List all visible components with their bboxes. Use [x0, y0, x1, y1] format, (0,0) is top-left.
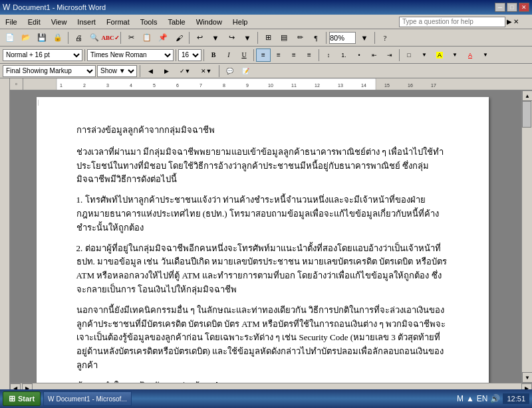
style-dropdown[interactable]: Normal + 16 pt [3, 49, 82, 61]
document-scroll-area[interactable]: | การล่วงข้อมูลลูกค้าจากกลุ่มมิจฉาชีพ ช่… [10, 90, 521, 383]
bullets-button[interactable]: • [352, 49, 366, 62]
align-justify-button[interactable]: ≡ [302, 49, 317, 62]
taskbar-word-item[interactable]: W Document1 - Microsof... [43, 391, 132, 406]
spelling-button[interactable]: ABC✓ [103, 31, 118, 45]
svg-text:17: 17 [431, 83, 436, 88]
comment-button[interactable]: 💬 [222, 64, 237, 78]
svg-text:8: 8 [223, 83, 225, 88]
print-button[interactable]: 🖨 [71, 31, 86, 45]
start-button[interactable]: ⊞ Start [3, 391, 41, 406]
permission-button[interactable]: 🔒 [51, 31, 65, 45]
separator-2 [120, 32, 121, 44]
copy-button[interactable]: 📋 [140, 31, 154, 45]
document-page: | การล่วงข้อมูลลูกค้าจากกลุ่มมิจฉาชีพ ช่… [37, 97, 489, 383]
show-formatting-button[interactable]: ¶ [309, 31, 323, 45]
highlight-button[interactable]: A [432, 49, 447, 62]
border-dropdown-button[interactable]: ▼ [417, 49, 432, 62]
underline-button[interactable]: U [237, 49, 251, 62]
tray-icon-m: M [457, 394, 464, 403]
separator-4 [257, 32, 258, 44]
para-3-number: 2. [76, 243, 85, 253]
align-right-button[interactable]: ≡ [287, 49, 301, 62]
help-button[interactable]: ? [378, 31, 392, 45]
scroll-track[interactable] [522, 101, 532, 372]
close-help-icon[interactable]: ✕ [513, 18, 519, 25]
doc-para-2: 1. โทรศัพท์ไปหาลูกค้าประชาชนแจ้งว่า ท่าน… [76, 193, 449, 235]
redo-dropdown-button[interactable]: ▼ [240, 31, 255, 45]
rev-sep-1 [140, 65, 140, 77]
svg-text:14: 14 [361, 83, 366, 88]
menu-format[interactable]: Format [101, 17, 135, 27]
increase-indent-button[interactable]: ⇥ [382, 49, 397, 62]
scroll-up-button[interactable]: ▲ [522, 90, 532, 101]
title-bar: W Document1 - Microsoft Word ─ □ ✕ [0, 0, 532, 15]
word-icon: W [3, 3, 10, 12]
bold-button[interactable]: B [206, 49, 221, 62]
ruler-scale: 1 2 3 4 5 6 7 8 9 10 11 12 13 14 [23, 78, 532, 90]
line-spacing-button[interactable]: ↕ [321, 49, 336, 62]
standard-toolbar: 📄 📂 💾 🔒 🖨 🔍 ABC✓ ✂ 📋 📌 🖌 ↩ ▼ ↪ ▼ ⊞ ▤ ✏ ¶… [0, 29, 532, 47]
new-doc-button[interactable]: 📄 [3, 31, 17, 45]
reject-change-button[interactable]: ✕▼ [196, 64, 216, 78]
format-painter-button[interactable]: 🖌 [172, 31, 186, 45]
save-button[interactable]: 💾 [35, 31, 49, 45]
menu-help[interactable]: Help [227, 17, 253, 27]
prev-change-button[interactable]: ◀ [143, 64, 158, 78]
numbering-button[interactable]: 1. [336, 49, 351, 62]
menu-table[interactable]: Table [162, 17, 190, 27]
accept-change-button[interactable]: ✓▼ [175, 64, 195, 78]
redo-button[interactable]: ↪ [224, 31, 239, 45]
preview-button[interactable]: 🔍 [87, 31, 102, 45]
minimize-button[interactable]: ─ [495, 3, 505, 12]
decrease-indent-button[interactable]: ⇤ [367, 49, 382, 62]
outside-border-button[interactable]: □ [402, 49, 416, 62]
doc-area: ▫ 1 2 3 4 5 6 7 8 9 1 [10, 78, 532, 393]
windows-logo: ⊞ [9, 394, 15, 403]
undo-dropdown-button[interactable]: ▼ [208, 31, 223, 45]
align-left-button[interactable]: ≡ [256, 49, 271, 62]
zoom-input[interactable] [329, 32, 356, 44]
scroll-thumb[interactable] [522, 101, 531, 128]
close-button[interactable]: ✕ [519, 3, 529, 12]
menu-insert[interactable]: Insert [72, 17, 101, 27]
word-taskbar-icon: W [48, 395, 54, 403]
tray-icon-en: EN [477, 394, 488, 403]
drawing-button[interactable]: ✏ [293, 31, 307, 45]
markup-dropdown[interactable]: Final Showing Markup [3, 65, 96, 77]
next-change-button[interactable]: ▶ [159, 64, 174, 78]
font-color-dropdown-button[interactable]: ▼ [478, 49, 493, 62]
font-color-button[interactable]: A [463, 49, 477, 62]
undo-button[interactable]: ↩ [192, 31, 207, 45]
highlight-dropdown-button[interactable]: ▼ [448, 49, 462, 62]
font-size-dropdown[interactable]: 16 [178, 49, 201, 61]
maximize-button[interactable]: □ [507, 3, 517, 12]
svg-text:12: 12 [315, 83, 320, 88]
svg-text:5: 5 [153, 83, 156, 88]
table-button[interactable]: ⊞ [261, 31, 275, 45]
ask-question-area: ▶ ✕ [399, 17, 532, 27]
italic-button[interactable]: I [221, 49, 236, 62]
zoom-dropdown[interactable]: ▼ [357, 31, 372, 45]
ask-arrow-icon: ▶ [507, 18, 512, 25]
tray-icon-arrow: ▲ [466, 394, 474, 403]
menu-tools[interactable]: Tools [135, 17, 163, 27]
open-button[interactable]: 📂 [19, 31, 33, 45]
cut-button[interactable]: ✂ [124, 31, 138, 45]
align-center-button[interactable]: ≡ [271, 49, 286, 62]
menu-window[interactable]: Window [191, 17, 227, 27]
columns-button[interactable]: ▤ [277, 31, 291, 45]
menu-file[interactable]: File [0, 17, 23, 27]
ask-question-input[interactable] [399, 17, 505, 27]
paste-button[interactable]: 📌 [156, 31, 170, 45]
show-dropdown[interactable]: Show ▼ [97, 65, 137, 77]
track-changes-button[interactable]: 📝 [238, 64, 253, 78]
doc-para-4: นอกจากนี้ยังมีเทคนิคกรรมอื่น ๆ ในลักษณะแ… [76, 304, 449, 373]
window-title: Document1 - Microsoft Word [13, 3, 106, 11]
menu-view[interactable]: View [46, 17, 72, 27]
doc-para-0: การล่วงข้อมูลลูกค้าจากกลุ่มมิจฉาชีพ [76, 124, 449, 138]
left-margin-ruler [0, 78, 10, 393]
font-dropdown[interactable]: Times New Roman [87, 49, 174, 61]
menu-edit[interactable]: Edit [23, 17, 46, 27]
scroll-down-button[interactable]: ▼ [522, 372, 532, 383]
para-1-text: ช่วงเวลาที่ผ่านมา มีกลุ่มมิจฉาชีพพยายามแ… [76, 147, 444, 185]
